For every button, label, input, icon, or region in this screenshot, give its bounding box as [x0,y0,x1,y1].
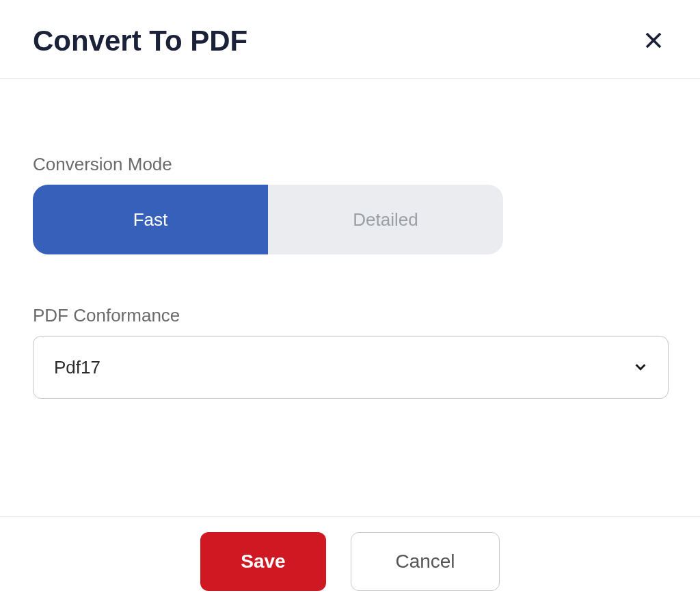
dialog-footer: Save Cancel [0,516,700,606]
cancel-button[interactable]: Cancel [351,532,500,591]
pdf-conformance-field: PDF Conformance Pdf17 [33,305,667,399]
dialog-header: Convert To PDF [0,0,700,79]
convert-to-pdf-dialog: Convert To PDF Conversion Mode Fast Deta… [0,0,700,606]
close-icon [643,30,664,53]
conversion-mode-fast[interactable]: Fast [33,185,268,254]
close-button[interactable] [640,27,667,55]
dialog-body: Conversion Mode Fast Detailed PDF Confor… [0,79,700,516]
conversion-mode-detailed[interactable]: Detailed [268,185,503,254]
save-button[interactable]: Save [200,532,326,591]
pdf-conformance-select[interactable]: Pdf17 [33,336,669,399]
pdf-conformance-select-wrapper: Pdf17 [33,336,669,399]
dialog-title: Convert To PDF [33,25,247,57]
conversion-mode-field: Conversion Mode Fast Detailed [33,154,667,254]
pdf-conformance-label: PDF Conformance [33,305,667,326]
conversion-mode-toggle: Fast Detailed [33,185,503,254]
conversion-mode-label: Conversion Mode [33,154,667,175]
